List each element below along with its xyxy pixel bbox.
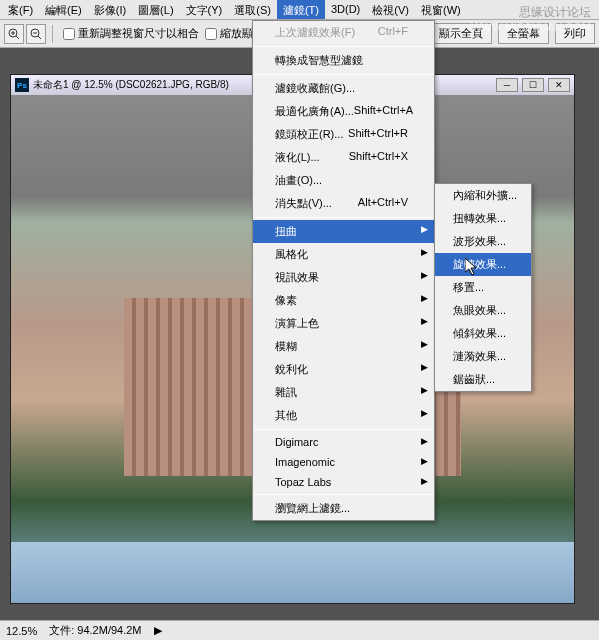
- submenu-shear[interactable]: 傾斜效果...: [435, 322, 531, 345]
- menu-edit[interactable]: 編輯(E): [39, 0, 88, 19]
- zoom-in-icon[interactable]: [4, 24, 24, 44]
- submenu-pinch[interactable]: 內縮和外擴...: [435, 184, 531, 207]
- menu-smart-filter[interactable]: 轉換成智慧型濾鏡: [253, 49, 434, 72]
- menu-image[interactable]: 影像(I): [88, 0, 132, 19]
- resize-window-option[interactable]: 重新調整視窗尺寸以相合: [63, 26, 199, 41]
- chevron-right-icon: ▶: [421, 339, 428, 349]
- menu-filter[interactable]: 濾鏡(T): [277, 0, 325, 19]
- chevron-right-icon: ▶: [421, 247, 428, 257]
- separator: [254, 494, 433, 495]
- statusbar-arrow-icon[interactable]: ▶: [154, 624, 162, 637]
- separator: [254, 74, 433, 75]
- menu-adaptive-wide[interactable]: 最適化廣角(A)...Shift+Ctrl+A: [253, 100, 434, 123]
- minimize-button[interactable]: ─: [496, 78, 518, 92]
- submenu-wave[interactable]: 波形效果...: [435, 230, 531, 253]
- menu-render[interactable]: 演算上色▶: [253, 312, 434, 335]
- submenu-twirl[interactable]: 扭轉效果...: [435, 207, 531, 230]
- menu-last-filter: 上次濾鏡效果(F)Ctrl+F: [253, 21, 434, 44]
- chevron-right-icon: ▶: [421, 385, 428, 395]
- separator: [254, 217, 433, 218]
- menu-oil-paint[interactable]: 油畫(O)...: [253, 169, 434, 192]
- menu-distort[interactable]: 扭曲▶: [253, 220, 434, 243]
- watermark: 思缘设计论坛 WWW.MISSYUAN.COM: [471, 4, 591, 33]
- zoom-level[interactable]: 12.5%: [6, 625, 37, 637]
- menu-blur[interactable]: 模糊▶: [253, 335, 434, 358]
- filter-dropdown: 上次濾鏡效果(F)Ctrl+F 轉換成智慧型濾鏡 濾鏡收藏館(G)... 最適化…: [252, 20, 435, 521]
- menu-select[interactable]: 選取(S): [228, 0, 277, 19]
- chevron-right-icon: ▶: [421, 362, 428, 372]
- menu-browse-online[interactable]: 瀏覽網上濾鏡...: [253, 497, 434, 520]
- menu-liquify[interactable]: 液化(L)...Shift+Ctrl+X: [253, 146, 434, 169]
- menu-file[interactable]: 案(F): [2, 0, 39, 19]
- divider: [52, 25, 53, 43]
- maximize-button[interactable]: ☐: [522, 78, 544, 92]
- menu-view[interactable]: 檢視(V): [366, 0, 415, 19]
- menu-sharpen[interactable]: 銳利化▶: [253, 358, 434, 381]
- chevron-right-icon: ▶: [421, 456, 428, 466]
- watermark-text: 思缘设计论坛: [519, 4, 591, 21]
- menu-video[interactable]: 視訊效果▶: [253, 266, 434, 289]
- svg-line-1: [16, 36, 19, 39]
- menu-imagenomic[interactable]: Imagenomic▶: [253, 452, 434, 472]
- submenu-spin[interactable]: 旋轉效果...: [435, 253, 531, 276]
- menu-layer[interactable]: 圖層(L): [132, 0, 179, 19]
- submenu-spherize[interactable]: 魚眼效果...: [435, 299, 531, 322]
- close-button[interactable]: ✕: [548, 78, 570, 92]
- zoom-all-checkbox[interactable]: [205, 28, 217, 40]
- chevron-right-icon: ▶: [421, 224, 428, 234]
- menu-other[interactable]: 其他▶: [253, 404, 434, 427]
- menu-vanishing-point[interactable]: 消失點(V)...Alt+Ctrl+V: [253, 192, 434, 215]
- svg-marker-7: [465, 258, 476, 275]
- resize-label: 重新調整視窗尺寸以相合: [78, 26, 199, 41]
- ps-icon: Ps: [15, 78, 29, 92]
- zoom-out-icon[interactable]: [26, 24, 46, 44]
- menu-noise[interactable]: 雜訊▶: [253, 381, 434, 404]
- menu-digimarc[interactable]: Digimarc▶: [253, 432, 434, 452]
- statusbar: 12.5% 文件: 94.2M/94.2M ▶: [0, 620, 599, 640]
- resize-checkbox[interactable]: [63, 28, 75, 40]
- doc-size: 文件: 94.2M/94.2M: [49, 623, 141, 638]
- menu-3d[interactable]: 3D(D): [325, 0, 366, 19]
- watermark-url: WWW.MISSYUAN.COM: [471, 21, 591, 33]
- separator: [254, 429, 433, 430]
- menu-topaz[interactable]: Topaz Labs▶: [253, 472, 434, 492]
- submenu-displace[interactable]: 移置...: [435, 276, 531, 299]
- menu-filter-gallery[interactable]: 濾鏡收藏館(G)...: [253, 77, 434, 100]
- chevron-right-icon: ▶: [421, 476, 428, 486]
- chevron-right-icon: ▶: [421, 436, 428, 446]
- svg-line-5: [38, 36, 41, 39]
- submenu-ripple[interactable]: 漣漪效果...: [435, 345, 531, 368]
- chevron-right-icon: ▶: [421, 408, 428, 418]
- cursor-icon: [465, 258, 481, 281]
- separator: [254, 46, 433, 47]
- chevron-right-icon: ▶: [421, 270, 428, 280]
- menu-window[interactable]: 視窗(W): [415, 0, 467, 19]
- menu-stylize[interactable]: 風格化▶: [253, 243, 434, 266]
- chevron-right-icon: ▶: [421, 316, 428, 326]
- submenu-zigzag[interactable]: 鋸齒狀...: [435, 368, 531, 391]
- menu-lens-correction[interactable]: 鏡頭校正(R)...Shift+Ctrl+R: [253, 123, 434, 146]
- menu-pixelate[interactable]: 像素▶: [253, 289, 434, 312]
- distort-submenu: 內縮和外擴... 扭轉效果... 波形效果... 旋轉效果... 移置... 魚…: [434, 183, 532, 392]
- chevron-right-icon: ▶: [421, 293, 428, 303]
- menu-text[interactable]: 文字(Y): [180, 0, 229, 19]
